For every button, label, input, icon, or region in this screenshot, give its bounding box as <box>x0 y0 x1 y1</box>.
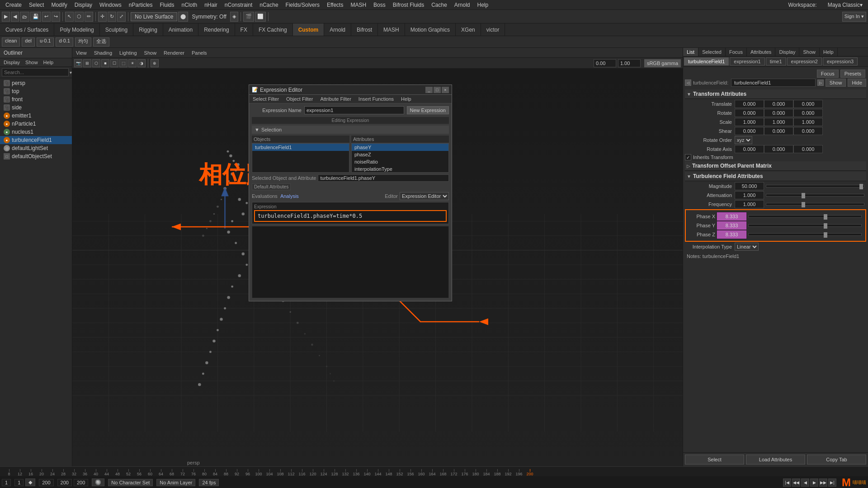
attr-tab-list[interactable]: List <box>683 48 698 56</box>
tab-rendering[interactable]: Rendering <box>198 23 235 36</box>
editor-type-select[interactable]: Expression Editor <box>400 192 449 200</box>
vt-btn-wire[interactable]: ⬡ <box>92 59 100 67</box>
pb-end-val[interactable]: 200 <box>74 479 88 486</box>
select-btn[interactable]: Select <box>685 455 744 465</box>
scale-x[interactable]: 1.000 <box>735 118 764 126</box>
tab-custom[interactable]: Custom <box>293 23 325 36</box>
outliner-menu-help[interactable]: Help <box>42 59 56 66</box>
menu-boss[interactable]: Boss <box>370 2 389 8</box>
vt-btn-grid[interactable]: ⊞ <box>83 59 91 67</box>
shear-y[interactable]: 0.000 <box>764 127 793 135</box>
expression-code-area[interactable] <box>252 226 449 298</box>
vp-menu-show[interactable]: Show <box>142 50 159 56</box>
scale-y[interactable]: 1.000 <box>764 118 793 126</box>
dialog-minimize[interactable]: _ <box>425 87 433 93</box>
attr-tab-show[interactable]: Show <box>799 48 820 56</box>
current-frame-val[interactable]: 1 <box>2 479 11 486</box>
viewport-scene[interactable]: 相位跟随时间变化 <box>72 69 683 466</box>
scale-btn[interactable]: 均匀 <box>75 38 91 47</box>
tab-rigging[interactable]: Rigging <box>133 23 163 36</box>
toolbar-btn-4[interactable]: 💾 <box>30 12 41 22</box>
end-frame-val[interactable]: 200 <box>39 479 53 486</box>
vt-btn-hud[interactable]: ⊕ <box>151 59 159 67</box>
paint-tool[interactable]: ✏ <box>85 12 93 22</box>
rotate-order-select[interactable]: xyz <box>735 136 752 144</box>
vp-menu-shading[interactable]: Shading <box>92 50 114 56</box>
attr-tab-focus[interactable]: Focus <box>726 48 747 56</box>
magnitude-slider[interactable] <box>766 185 864 188</box>
phase-y-val[interactable]: 8.333 <box>717 221 746 230</box>
vt-btn-shade[interactable]: ■ <box>101 59 109 67</box>
workspace-name[interactable]: Maya Classic▾ <box>824 2 866 8</box>
phase-x-slider[interactable] <box>748 215 862 218</box>
attr-item-phaseZ[interactable]: phaseZ <box>352 151 448 158</box>
copy-tab-btn[interactable]: Copy Tab <box>807 455 866 465</box>
vt-btn-tex[interactable]: ⬚ <box>119 59 127 67</box>
vt-btn-xray[interactable]: ☐ <box>110 59 118 67</box>
vp-menu-view[interactable]: View <box>74 50 89 56</box>
dialog-menu-insert-functions[interactable]: Insert Functions <box>357 96 396 102</box>
phase-y-slider[interactable] <box>748 224 862 227</box>
menu-nhair[interactable]: nHair <box>201 2 221 8</box>
menu-help[interactable]: Help <box>474 2 492 8</box>
menu-cache[interactable]: Cache <box>428 2 451 8</box>
focus-button[interactable]: Focus <box>817 70 839 78</box>
dialog-close[interactable]: × <box>442 87 449 93</box>
phase-z-val[interactable]: 8.333 <box>717 230 746 239</box>
dialog-menu-object-filter[interactable]: Object Filter <box>284 96 315 102</box>
rotate-axis-y[interactable]: 0.000 <box>764 145 793 153</box>
gamma-val[interactable]: 1.00 <box>618 59 641 67</box>
tab-poly[interactable]: Poly Modeling <box>54 23 99 36</box>
outliner-nparticle1[interactable]: ● nParticle1 <box>0 120 72 128</box>
phase-x-val[interactable]: 8.333 <box>717 212 746 221</box>
exposure-val[interactable]: 0.00 <box>594 59 616 67</box>
vt-btn-cam[interactable]: 📷 <box>74 59 82 67</box>
no-live-surface[interactable]: No Live Surface <box>131 12 177 21</box>
rotate-tool[interactable]: ↻ <box>108 12 116 22</box>
vt-btn-light[interactable]: ☀ <box>128 59 137 67</box>
tab-arnold[interactable]: Arnold <box>324 23 351 36</box>
outliner-nucleus1[interactable]: ● nucleus1 <box>0 128 72 136</box>
next-frame-btn[interactable]: ▶ <box>810 479 818 487</box>
tab-fxcaching[interactable]: FX Caching <box>253 23 293 36</box>
analysis-link[interactable]: Analysis <box>280 193 299 199</box>
rotate-y[interactable]: 0.000 <box>764 109 793 117</box>
outliner-persp[interactable]: 🎥 persp <box>0 79 72 87</box>
menu-display[interactable]: Display <box>71 2 96 8</box>
vp-menu-panels[interactable]: Panels <box>190 50 209 56</box>
signin-btn[interactable]: Sign In ▾ <box>842 12 866 22</box>
dialog-maximize[interactable]: □ <box>434 87 441 93</box>
outliner-defaultlightset[interactable]: ◎ defaultLightSet <box>0 144 72 152</box>
no-char-set-btn[interactable]: No Character Set <box>108 479 153 486</box>
dialog-menu-attr-filter[interactable]: Attribute Filter <box>318 96 353 102</box>
scale-tool[interactable]: ⤢ <box>117 12 126 22</box>
render-btn[interactable]: 🎬 <box>243 12 254 22</box>
prev-key-btn[interactable]: ◀◀ <box>792 479 800 487</box>
frequency-slider[interactable] <box>766 203 864 206</box>
go-start-btn[interactable]: |◀ <box>783 479 791 487</box>
attenuation-slider[interactable] <box>766 194 864 197</box>
shear-z[interactable]: 0.000 <box>793 127 823 135</box>
move-tool[interactable]: ✛ <box>98 12 107 22</box>
attr-node-tab-turb[interactable]: turbulenceField1 <box>684 57 729 66</box>
tab-bifrost[interactable]: Bifrost <box>351 23 378 36</box>
menu-arnold[interactable]: Arnold <box>451 2 474 8</box>
shear-x[interactable]: 0.000 <box>735 127 764 135</box>
play-btn[interactable]: ▶▶ <box>819 479 827 487</box>
frequency-val[interactable]: 1.000 <box>735 200 764 208</box>
outliner-front[interactable]: 🎥 front <box>0 95 72 103</box>
menu-select[interactable]: Select <box>25 2 47 8</box>
translate-z[interactable]: 0.000 <box>793 100 823 108</box>
lasso-tool[interactable]: ⬡ <box>75 12 84 22</box>
toolbar-btn-3[interactable]: 🗁 <box>20 12 29 22</box>
attr-node-tab-expr2[interactable]: expression2 <box>787 57 822 66</box>
attr-item-phaseY[interactable]: phaseY <box>352 144 448 151</box>
key-btn[interactable]: ◆ <box>25 479 35 486</box>
attr-node-tab-expr1[interactable]: expression1 <box>730 57 764 66</box>
attenuation-val[interactable]: 1.000 <box>735 191 764 199</box>
rotate-z[interactable]: 0.000 <box>793 109 823 117</box>
rotate-axis-z[interactable]: 0.000 <box>793 145 823 153</box>
new-expr-btn[interactable]: New Expression <box>407 106 449 114</box>
menu-fields[interactable]: Fields/Solvers <box>282 2 323 8</box>
outliner-emitter1[interactable]: ● emitter1 <box>0 112 72 120</box>
